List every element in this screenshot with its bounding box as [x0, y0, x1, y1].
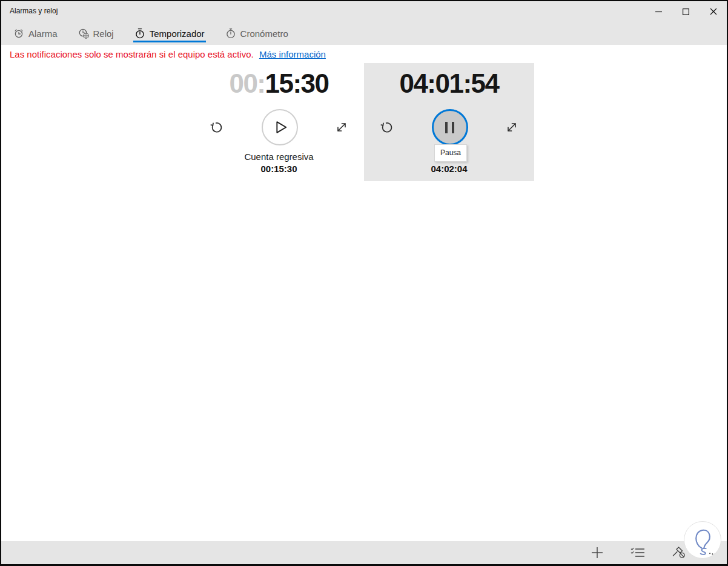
bottom-command-bar — [1, 541, 727, 564]
select-all-icon — [630, 547, 646, 559]
plus-icon — [591, 546, 604, 559]
stopwatch-icon — [225, 28, 236, 39]
minimize-button[interactable] — [645, 1, 672, 22]
pause-button[interactable] — [432, 109, 468, 145]
expand-icon — [335, 121, 348, 134]
close-button[interactable] — [700, 1, 727, 22]
maximize-button[interactable] — [672, 1, 700, 22]
timer-display: 00:15:30 — [194, 70, 364, 97]
world-clock-icon — [78, 28, 89, 39]
timer-total-duration: 04:02:04 — [364, 164, 534, 174]
notification-banner: Las notificaciones solo se mostrarán si … — [10, 49, 326, 59]
timer-display-hours-dim: 00: — [229, 68, 265, 98]
timer-controls — [364, 109, 534, 145]
tab-cronometro[interactable]: Cronómetro — [224, 22, 290, 45]
add-timer-button[interactable] — [585, 541, 609, 564]
tab-reloj[interactable]: Reloj — [77, 22, 115, 45]
start-button[interactable] — [262, 109, 298, 145]
pause-tooltip: Pausa — [434, 144, 467, 162]
notice-text: Las notificaciones solo se mostrarán si … — [10, 49, 254, 59]
timer-icon — [134, 28, 145, 39]
titlebar: Alarmas y reloj — [1, 1, 727, 22]
tab-alarma[interactable]: Alarma — [12, 22, 59, 45]
timer-card-grid: 00:15:30 — [1, 63, 727, 181]
timer-card-selected[interactable]: 04:01:54 — [364, 63, 534, 181]
tab-label: Reloj — [93, 28, 114, 39]
expand-icon — [505, 121, 518, 134]
timer-display-main: 15:30 — [265, 68, 329, 98]
window-controls — [645, 1, 727, 22]
tab-label: Alarma — [28, 28, 58, 39]
timer-display: 04:01:54 — [364, 70, 534, 97]
pause-icon — [445, 122, 454, 133]
tab-bar: Alarma Reloj Tem — [1, 22, 727, 45]
more-info-link[interactable]: Más información — [259, 49, 326, 59]
expand-button[interactable] — [505, 121, 518, 134]
close-icon — [710, 8, 717, 15]
tab-label: Temporizador — [150, 28, 205, 39]
reset-button[interactable] — [380, 120, 394, 135]
maximize-icon — [683, 8, 689, 15]
minimize-icon — [655, 8, 662, 15]
reset-icon — [210, 120, 224, 135]
tab-label: Cronómetro — [240, 28, 288, 39]
reset-icon — [380, 120, 394, 135]
tab-temporizador[interactable]: Temporizador — [133, 22, 206, 45]
window-title: Alarmas y reloj — [10, 7, 58, 15]
timer-controls — [194, 109, 364, 145]
timer-total-duration: 00:15:30 — [194, 164, 364, 174]
alarm-icon — [13, 28, 24, 39]
app-window: Alarmas y reloj Alarma — [0, 0, 728, 566]
timer-card-cuenta-regresiva[interactable]: 00:15:30 — [194, 63, 364, 181]
solvetic-logo-watermark — [684, 521, 721, 559]
lightbulb-sketch-icon — [684, 521, 721, 559]
select-timers-button[interactable] — [626, 541, 650, 564]
expand-button[interactable] — [335, 121, 348, 134]
unpin-icon — [670, 545, 686, 560]
play-icon — [263, 109, 297, 145]
reset-button[interactable] — [210, 120, 224, 135]
timer-name: Cuenta regresiva — [194, 151, 364, 162]
